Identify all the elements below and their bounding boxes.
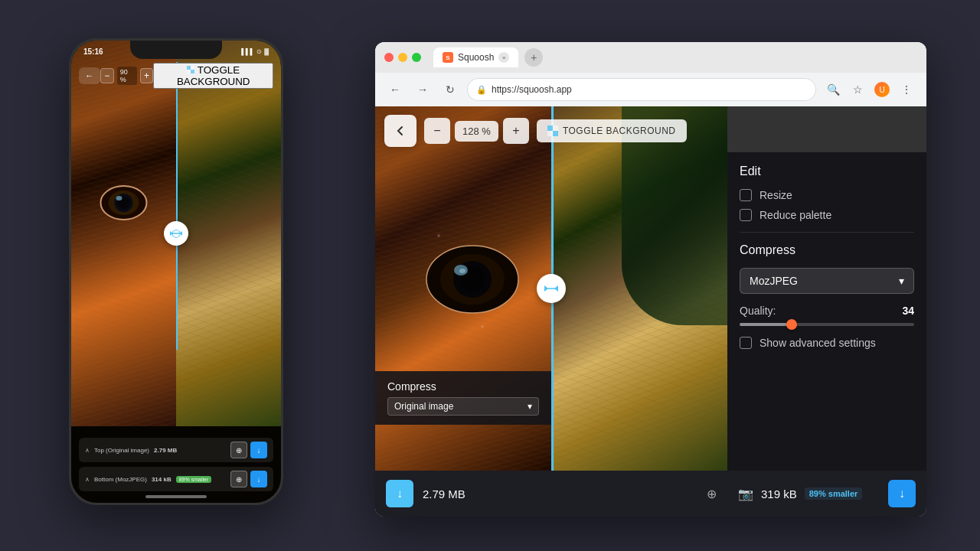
phone-download-button-original[interactable]: ↓: [250, 442, 267, 458]
resize-checkbox[interactable]: [740, 189, 752, 201]
phone-bottom-bar: ∧ Top (Original image) 2.79 MB ⊕ ↓ ∧ Bot…: [71, 426, 281, 503]
phone-zoom-minus[interactable]: −: [100, 68, 114, 83]
phone-download-button-compressed[interactable]: ↓: [250, 471, 267, 487]
browser-tools: 🔍 ☆ U ⋮: [822, 79, 917, 100]
original-file-size: 2.79 MB: [423, 487, 466, 500]
lock-icon: 🔒: [476, 85, 487, 95]
dog-right-compressed: [176, 41, 281, 426]
quality-slider-thumb[interactable]: [786, 319, 797, 330]
phone-file-label-original: Top (Original image): [94, 447, 149, 454]
squoosh-zoom-controls: − 128 % +: [424, 118, 529, 144]
phone-file-info-original: ∧ Top (Original image) 2.79 MB: [85, 447, 177, 454]
traffic-lights: [384, 53, 421, 62]
svg-rect-8: [191, 66, 194, 70]
squoosh-zoom-plus[interactable]: +: [503, 118, 529, 144]
svg-point-15: [459, 269, 466, 273]
phone-file-expand-icon-2: ∧: [85, 476, 90, 483]
image-drag-handle[interactable]: [537, 274, 566, 303]
compressed-file-size: 319 kB: [761, 487, 797, 500]
quality-slider-track: [740, 323, 914, 326]
edit-panel: Edit Resize Reduce palette Compress MozJ…: [727, 152, 926, 471]
phone-zoom-plus[interactable]: +: [140, 68, 154, 83]
phone-zoom-value: 90 %: [117, 67, 137, 85]
phone-copy-button-compressed[interactable]: ⊕: [230, 471, 247, 487]
quality-slider-fill: [740, 323, 792, 326]
squoosh-back-button[interactable]: [384, 115, 416, 147]
phone-toolbar: ← − 90 % + TOGGLE BACKGROUND: [71, 62, 281, 90]
checkerboard-icon: [547, 126, 558, 136]
phone-back-button[interactable]: ←: [79, 67, 100, 84]
phone-zoom-controls: − 90 % +: [100, 67, 153, 85]
browser-titlebar: S Squoosh × +: [375, 42, 926, 73]
original-action-icons: ⊕: [707, 487, 717, 501]
signal-icon: ▌▌▌: [241, 48, 254, 55]
squoosh-toggle-background-button[interactable]: TOGGLE BACKGROUND: [537, 119, 687, 142]
quality-row: Quality: 34: [740, 305, 914, 326]
svg-rect-6: [187, 66, 191, 70]
compress-section-title: Compress: [740, 243, 914, 257]
svg-point-4: [116, 196, 122, 201]
image-comparison-area: − 128 % + TOGGLE BACKGROUND: [375, 106, 727, 471]
original-download-button[interactable]: ↓: [386, 480, 413, 507]
minimize-window-button[interactable]: [398, 53, 407, 62]
compressed-download-button[interactable]: ↓: [888, 480, 916, 507]
maximize-window-button[interactable]: [412, 53, 421, 62]
phone-file-label-compressed: Bottom (MozJPEG): [94, 476, 147, 483]
phone-compression-badge: 89% smaller: [176, 476, 212, 483]
phone-time: 15:16: [83, 47, 103, 56]
phone-file-info-compressed: ∧ Bottom (MozJPEG) 314 kB 89% smaller: [85, 476, 211, 483]
compressed-image-half: [551, 106, 727, 471]
phone-drag-handle[interactable]: ⬡: [164, 221, 188, 246]
browser-forward-button[interactable]: →: [412, 79, 433, 100]
phone-status-bar: 15:16 ▌▌▌ ⊙ ▓: [71, 44, 281, 59]
power-button: [282, 148, 283, 178]
search-button[interactable]: 🔍: [822, 79, 844, 100]
codec-select[interactable]: MozJPEG ▾: [740, 268, 914, 294]
compress-overlay-title: Compress: [387, 380, 539, 393]
squoosh-zoom-minus[interactable]: −: [424, 118, 450, 144]
svg-rect-18: [553, 131, 558, 136]
compress-dropdown[interactable]: Original image ▾: [387, 397, 539, 416]
advanced-settings-checkbox[interactable]: [740, 337, 752, 349]
reduce-palette-checkbox[interactable]: [740, 209, 752, 221]
phone-action-buttons-original: ⊕ ↓: [230, 442, 267, 458]
new-tab-button[interactable]: +: [524, 48, 543, 67]
fur-detail-2: [481, 325, 484, 328]
compressed-bottom-bar: 📷 319 kB 89% smaller ↓: [727, 471, 926, 517]
compress-dropdown-arrow-icon: ▾: [528, 401, 532, 412]
codec-dropdown-arrow-icon: ▾: [899, 275, 904, 287]
compressed-camera-icon: 📷: [738, 487, 753, 501]
compression-savings-badge: 89% smaller: [805, 487, 863, 500]
original-save-icon[interactable]: ⊕: [707, 487, 717, 501]
phone-toggle-background-button[interactable]: TOGGLE BACKGROUND: [153, 63, 273, 89]
phone-status-icons: ▌▌▌ ⊙ ▓: [241, 48, 269, 55]
address-bar[interactable]: 🔒 https://squoosh.app: [467, 78, 816, 101]
phone-copy-button-original[interactable]: ⊕: [230, 442, 247, 458]
squoosh-zoom-value: 128 %: [455, 121, 498, 142]
svg-rect-20: [547, 131, 553, 136]
advanced-settings-row: Show advanced settings: [740, 337, 914, 349]
browser-tab-squoosh[interactable]: S Squoosh ×: [433, 47, 518, 67]
squoosh-favicon: S: [443, 52, 453, 63]
phone-file-expand-icon: ∧: [85, 447, 90, 454]
tab-close-button[interactable]: ×: [498, 52, 509, 63]
bookmark-button[interactable]: ☆: [847, 79, 868, 100]
reduce-palette-checkbox-row: Reduce palette: [740, 209, 914, 221]
quality-value: 34: [902, 305, 914, 317]
toggle-bg-label: TOGGLE BACKGROUND: [563, 126, 676, 136]
profile-button[interactable]: U: [871, 79, 893, 100]
tab-title: Squoosh: [458, 52, 494, 63]
browser-back-button[interactable]: ←: [384, 79, 406, 100]
back-arrow-icon: [394, 125, 407, 137]
browser-navbar: ← → ↻ 🔒 https://squoosh.app 🔍 ☆ U ⋮: [375, 73, 926, 106]
menu-button[interactable]: ⋮: [896, 79, 917, 100]
squoosh-content: − 128 % + TOGGLE BACKGROUND: [375, 106, 926, 517]
battery-icon: ▓: [264, 48, 269, 55]
close-window-button[interactable]: [384, 53, 394, 62]
svg-rect-17: [547, 126, 553, 131]
profile-avatar: U: [874, 82, 890, 97]
browser-refresh-button[interactable]: ↻: [439, 79, 461, 100]
phone-file-size-original: 2.79 MB: [154, 447, 177, 454]
compress-dropdown-value: Original image: [394, 401, 453, 412]
phone-file-size-compressed: 314 kB: [152, 476, 172, 483]
